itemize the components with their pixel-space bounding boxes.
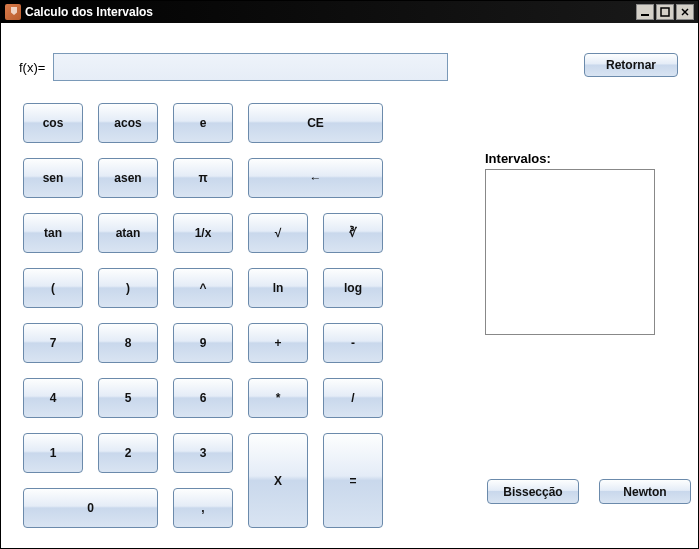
close-icon bbox=[680, 7, 690, 17]
bottom-buttons: Bissecção Newton bbox=[487, 479, 691, 504]
rparen-button[interactable]: ) bbox=[98, 268, 158, 308]
newton-button[interactable]: Newton bbox=[599, 479, 691, 504]
power-button[interactable]: ^ bbox=[173, 268, 233, 308]
java-icon bbox=[5, 4, 21, 20]
cbrt-button[interactable]: ∛ bbox=[323, 213, 383, 253]
tan-button[interactable]: tan bbox=[23, 213, 83, 253]
cos-button[interactable]: cos bbox=[23, 103, 83, 143]
intervals-list[interactable] bbox=[485, 169, 655, 335]
e-button[interactable]: e bbox=[173, 103, 233, 143]
multiply-button[interactable]: * bbox=[248, 378, 308, 418]
close-button[interactable] bbox=[676, 4, 694, 20]
equals-button[interactable]: = bbox=[323, 433, 383, 528]
digit-8-button[interactable]: 8 bbox=[98, 323, 158, 363]
asen-button[interactable]: asen bbox=[98, 158, 158, 198]
digit-2-button[interactable]: 2 bbox=[98, 433, 158, 473]
minimize-icon bbox=[640, 7, 650, 17]
reciprocal-button[interactable]: 1/x bbox=[173, 213, 233, 253]
divide-button[interactable]: / bbox=[323, 378, 383, 418]
app-window: Calculo dos Intervalos f(x)= Retornar co… bbox=[0, 0, 699, 549]
fx-row: f(x)= bbox=[19, 53, 448, 81]
maximize-button[interactable] bbox=[656, 4, 674, 20]
titlebar: Calculo dos Intervalos bbox=[1, 1, 698, 23]
acos-button[interactable]: acos bbox=[98, 103, 158, 143]
log-button[interactable]: log bbox=[323, 268, 383, 308]
plus-button[interactable]: + bbox=[248, 323, 308, 363]
digit-1-button[interactable]: 1 bbox=[23, 433, 83, 473]
pi-button[interactable]: π bbox=[173, 158, 233, 198]
intervals-label: Intervalos: bbox=[485, 151, 551, 166]
comma-button[interactable]: , bbox=[173, 488, 233, 528]
maximize-icon bbox=[660, 7, 670, 17]
x-button[interactable]: X bbox=[248, 433, 308, 528]
digit-5-button[interactable]: 5 bbox=[98, 378, 158, 418]
digit-0-button[interactable]: 0 bbox=[23, 488, 158, 528]
bisseccao-button[interactable]: Bissecção bbox=[487, 479, 579, 504]
atan-button[interactable]: atan bbox=[98, 213, 158, 253]
content-area: f(x)= Retornar cos acos e CE sen asen π … bbox=[1, 23, 698, 71]
backspace-button[interactable]: ← bbox=[248, 158, 383, 198]
minus-button[interactable]: - bbox=[323, 323, 383, 363]
fx-input[interactable] bbox=[53, 53, 448, 81]
digit-4-button[interactable]: 4 bbox=[23, 378, 83, 418]
window-controls bbox=[636, 4, 694, 20]
sqrt-button[interactable]: √ bbox=[248, 213, 308, 253]
ce-button[interactable]: CE bbox=[248, 103, 383, 143]
fx-label: f(x)= bbox=[19, 60, 45, 75]
lparen-button[interactable]: ( bbox=[23, 268, 83, 308]
digit-6-button[interactable]: 6 bbox=[173, 378, 233, 418]
digit-9-button[interactable]: 9 bbox=[173, 323, 233, 363]
return-button[interactable]: Retornar bbox=[584, 53, 678, 77]
window-title: Calculo dos Intervalos bbox=[25, 5, 153, 19]
digit-7-button[interactable]: 7 bbox=[23, 323, 83, 363]
ln-button[interactable]: ln bbox=[248, 268, 308, 308]
svg-rect-1 bbox=[661, 8, 669, 16]
sen-button[interactable]: sen bbox=[23, 158, 83, 198]
digit-3-button[interactable]: 3 bbox=[173, 433, 233, 473]
minimize-button[interactable] bbox=[636, 4, 654, 20]
